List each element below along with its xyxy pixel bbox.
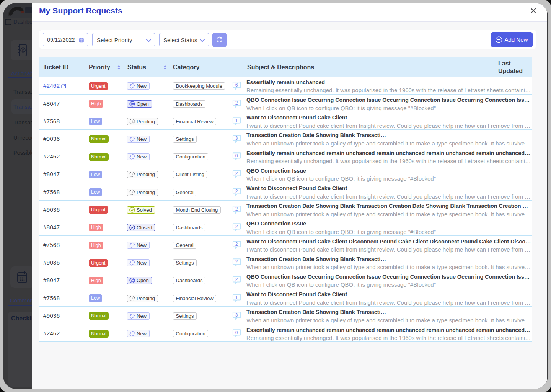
svg-text:$: $ [22, 49, 24, 52]
